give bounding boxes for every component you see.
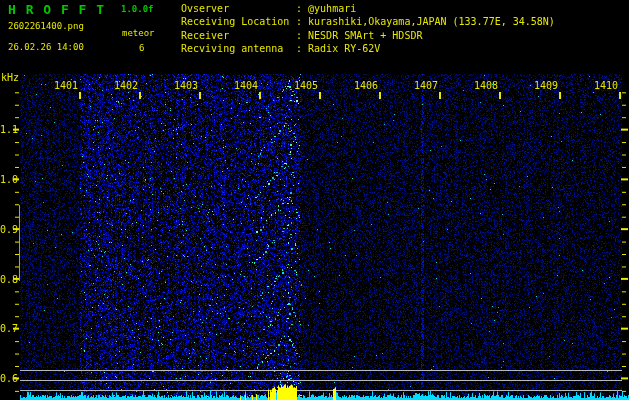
output-filename: 2602261400.png [8,21,84,31]
info-value: NESDR SMArt + HDSDR [308,29,422,42]
info-label: Ovserver [181,2,296,15]
info-label: Receiving Location [181,15,296,28]
time-axis-label: 1403 [172,80,198,91]
info-value: kurashiki,Okayama,JAPAN (133.77E, 34.58N… [308,15,555,28]
freq-axis-label: 1.1 [0,124,13,135]
time-axis-label: 1410 [592,80,618,91]
info-row-antenna: Recviving antenna: Radix RY-62V [181,42,555,55]
info-colon: : [296,42,308,55]
app-version: 1.0.0f [121,4,154,14]
time-axis-label: 1409 [532,80,558,91]
observation-datetime: 26.02.26 14:00 [8,42,84,52]
hrofft-window: H R O F F T 1.0.0f 2602261400.png 26.02.… [0,0,629,400]
info-value: @yuhmari [308,2,356,15]
meteor-counter-value: 6 [139,43,144,53]
app-title: H R O F F T [8,2,105,17]
info-row-observer: Ovserver: @yuhmari [181,2,555,15]
info-colon: : [296,2,308,15]
meteor-counter-label: meteor [122,28,155,38]
info-row-receiver: Receiver: NESDR SMArt + HDSDR [181,29,555,42]
time-axis-label: 1401 [52,80,78,91]
time-axis-label: 1407 [412,80,438,91]
info-value: Radix RY-62V [308,42,380,55]
info-row-location: Receiving Location: kurashiki,Okayama,JA… [181,15,555,28]
time-axis-label: 1405 [292,80,318,91]
info-colon: : [296,29,308,42]
freq-axis-label: 0.9 [0,224,13,235]
time-axis-label: 1406 [352,80,378,91]
info-colon: : [296,15,308,28]
freq-axis-label: 0.7 [0,323,13,334]
freq-axis-label: 0.8 [0,274,13,285]
info-label: Receiver [181,29,296,42]
freq-axis-label: 0.6 [0,373,13,384]
info-label: Recviving antenna [181,42,296,55]
time-axis-label: 1402 [112,80,138,91]
station-info-block: Ovserver: @yuhmari Receiving Location: k… [181,2,555,56]
freq-axis-unit: kHz [1,72,19,83]
freq-axis-label: 1.0 [0,174,13,185]
time-axis-label: 1404 [232,80,258,91]
spectrogram-canvas [0,0,629,400]
time-axis-label: 1408 [472,80,498,91]
